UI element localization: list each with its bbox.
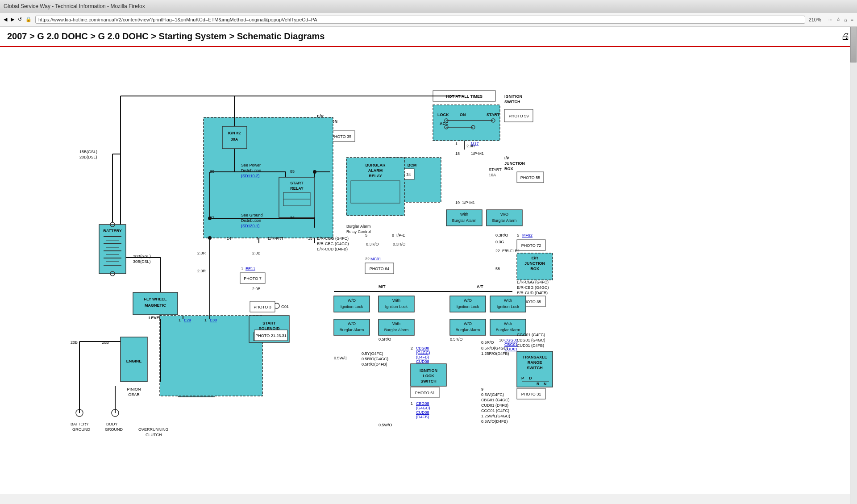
svg-text:1: 1 [411,401,413,406]
url-input[interactable] [35,16,805,24]
svg-text:Ignition Lock: Ignition Lock [385,304,408,309]
burglar-relay-control-label: Burglar Alarm [346,224,371,229]
svg-text:(G4GC): (G4GC) [416,406,430,410]
burglar-relay-label: BURGLAR [366,163,386,167]
svg-text:1: 1 [241,267,243,271]
svg-text:2.0B: 2.0B [252,251,261,255]
photo35er-label: PHOTO 35 [332,134,351,139]
start-relay-label: START [290,181,304,185]
svg-text:18: 18 [455,151,460,156]
main-content: HOT AT ALL TIMES IGNITION SWITCH LOCK ON… [0,47,857,494]
svg-text:Ignition Lock: Ignition Lock [497,304,520,309]
e30-link: E30 [210,318,217,322]
svg-text:0.5Y(G4FC): 0.5Y(G4FC) [362,351,383,356]
mf92-link: MF92 [522,233,533,237]
pinion-label: PINION [127,387,141,392]
svg-text:CBG01 (G4GC): CBG01 (G4GC) [481,398,510,402]
svg-text:I/P: I/P [504,156,509,160]
scrollbar[interactable] [850,27,857,494]
svg-text:JUNCTION: JUNCTION [504,161,525,166]
forward-icon[interactable]: ▶ [11,17,14,22]
svg-text:GEAR: GEAR [128,392,140,397]
svg-text:LOCK: LOCK [423,374,434,378]
svg-text:W/O: W/O [500,212,508,217]
photo7-label: PHOTO 7 [244,276,261,281]
svg-text:BOX: BOX [504,167,513,171]
svg-text:22: 22 [365,257,370,261]
lock-icon: 🔒 [25,17,32,22]
svg-text:MAGNETIC: MAGNETIC [145,303,166,308]
svg-text:GROUND: GROUND [72,427,90,432]
svg-text:E/R: E/R [531,256,538,260]
svg-text:CGG01 (G4FC): CGG01 (G4FC) [517,333,545,337]
home-icon[interactable]: ⌂ [844,17,847,22]
svg-point-215 [208,217,212,220]
svg-text:Burglar Alarm: Burglar Alarm [456,328,480,332]
svg-text:E/R-CUD (D4FB): E/R-CUD (D4FB) [317,247,348,251]
transaxle-label: TRANSAXLE [522,355,547,359]
svg-text:0.3G: 0.3G [495,240,504,244]
svg-text:RELAY: RELAY [290,186,304,191]
svg-text:0.5R/O(D4FB): 0.5R/O(D4FB) [362,362,387,367]
svg-text:CUD01 (D4FB): CUD01 (D4FB) [517,343,544,348]
cbg08-link: CBG08 [416,346,429,350]
svg-text:GROUND: GROUND [105,427,123,432]
menu-dots[interactable]: ··· [828,17,832,22]
browser-title-bar: Global Service Way - Technical Informati… [0,0,857,12]
svg-text:Burglar Alarm: Burglar Alarm [492,218,517,223]
wo-ignition-lock-mt: W/O [348,298,356,303]
svg-text:30A: 30A [231,137,238,142]
svg-text:See Power: See Power [241,163,261,167]
svg-text:D: D [529,376,532,380]
svg-text:0.3R/O: 0.3R/O [393,242,406,246]
refresh-icon[interactable]: ↺ [18,17,22,22]
svg-text:(D4FB): (D4FB) [416,355,429,359]
svg-text:2: 2 [411,346,413,350]
svg-text:15B(GSL): 15B(GSL) [79,150,97,154]
svg-text:CBG01: CBG01 [504,342,518,347]
svg-text:E/R-FLR1: E/R-FLR1 [502,249,520,253]
svg-text:E/R-CBG (G4GC): E/R-CBG (G4GC) [517,285,549,290]
svg-text:E/R-CBG (G4GC): E/R-CBG (G4GC) [317,242,349,246]
svg-text:0.5W/O: 0.5W/O [379,423,392,427]
svg-text:CGG01 (G4FC): CGG01 (G4FC) [481,408,509,413]
hamburger-icon[interactable]: ≡ [851,17,853,22]
scrollbar-thumb[interactable] [850,27,857,62]
svg-text:1.25R/O(D4FB): 1.25R/O(D4FB) [481,351,509,356]
svg-text:5: 5 [517,233,519,237]
ee11-link: EE11 [245,267,255,271]
bcm-label: BCM [408,163,417,167]
svg-text:15: 15 [308,236,312,241]
svg-text:58: 58 [495,267,500,271]
svg-text:1: 1 [204,318,207,322]
svg-text:Relay Control: Relay Control [346,229,371,234]
ignition-lock-switch-label: IGNITION [420,368,437,373]
svg-text:(D4FB): (D4FB) [416,415,429,419]
svg-text:2.0B: 2.0B [252,287,261,291]
svg-point-216 [208,236,212,240]
svg-text:CUD01: CUD01 [504,347,518,351]
print-icon[interactable]: 🖨 [841,31,850,42]
svg-text:CLUTCH: CLUTCH [146,433,162,437]
photo21-label: PHOTO 21:23:31 [255,333,286,338]
with-ignition-lock-mt: With [392,298,400,303]
svg-text:JUNCTION: JUNCTION [524,261,545,266]
ignition-switch-label: IGNITION [504,94,522,99]
back-icon[interactable]: ◀ [4,17,7,22]
browser-title: Global Service Way - Technical Informati… [4,3,145,9]
photo61-label: PHOTO 61 [415,391,435,395]
svg-text:Burglar Alarm: Burglar Alarm [340,328,364,332]
svg-text:0.3R/O: 0.3R/O [495,233,508,237]
svg-text:1: 1 [179,318,181,322]
m17-link: M17 [471,142,479,146]
star-icon[interactable]: ☆ [836,17,840,22]
svg-text:7: 7 [256,236,258,241]
overrunning-label: OVERRUNNING [138,427,169,432]
with-burglar-mt: With [392,321,400,326]
svg-text:RELAY: RELAY [369,174,382,178]
svg-text:Ignition Lock: Ignition Lock [457,304,479,309]
svg-text:22: 22 [495,249,500,253]
with-ignition-lock-at: With [504,298,512,303]
svg-text:9: 9 [481,387,483,392]
svg-text:0.5W/O: 0.5W/O [334,356,348,360]
